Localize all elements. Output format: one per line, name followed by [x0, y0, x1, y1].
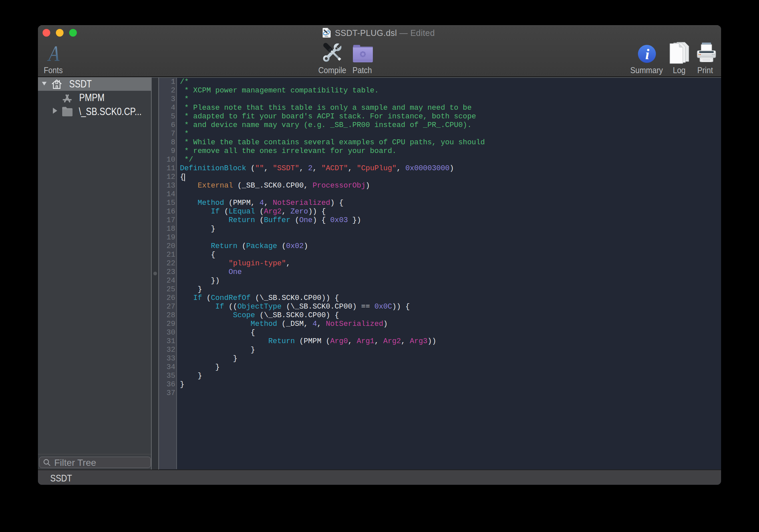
svg-text:A: A — [46, 45, 63, 63]
svg-text:DSL: DSL — [325, 35, 329, 37]
svg-text:i: i — [645, 46, 650, 63]
